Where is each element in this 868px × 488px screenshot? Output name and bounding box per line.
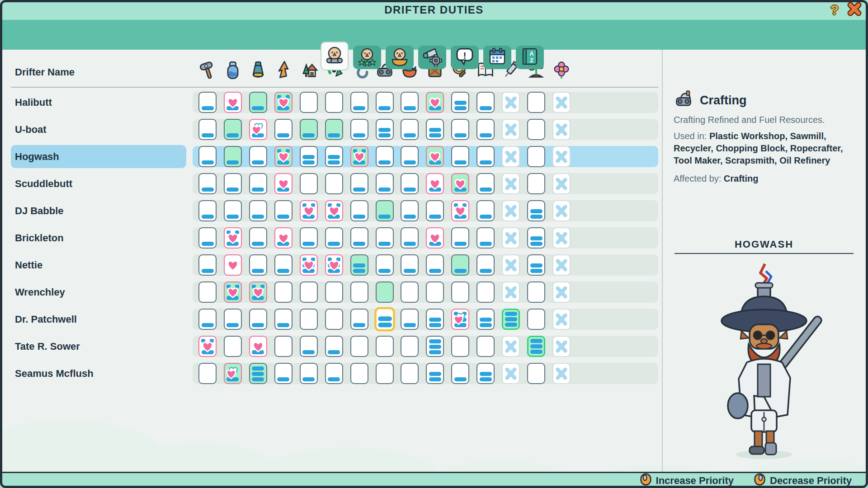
duty-cell-e[interactable]: [325, 282, 343, 303]
duty-cell-e[interactable]: [527, 309, 545, 330]
duty-cell-d1[interactable]: [198, 227, 217, 249]
duty-cell-x[interactable]: [552, 309, 571, 330]
duty-cell-d1[interactable]: [350, 173, 368, 194]
duty-cell-e[interactable]: [451, 336, 469, 357]
duty-cell-x[interactable]: [502, 200, 520, 221]
duty-cell-x[interactable]: [502, 173, 520, 194]
duty-cell-e[interactable]: [325, 309, 343, 330]
duty-cell-d1[interactable]: [426, 254, 444, 276]
duty-cell-d1[interactable]: [476, 173, 495, 194]
help-button[interactable]: ?: [826, 2, 843, 18]
duty-cell-g3[interactable]: [502, 309, 520, 330]
duty-cell-d1[interactable]: [376, 92, 394, 113]
duty-column-water[interactable]: [223, 60, 243, 80]
duty-cell-d1[interactable]: [274, 200, 292, 221]
duty-cell-hb1[interactable]: [224, 227, 242, 249]
duty-cell-e[interactable]: [300, 282, 318, 303]
duty-cell-d1[interactable]: [401, 146, 419, 167]
duty-cell-x[interactable]: [552, 92, 571, 113]
close-button[interactable]: [846, 2, 863, 18]
duty-cell-e[interactable]: [527, 173, 545, 194]
duty-cell-x[interactable]: [552, 254, 571, 276]
duty-cell-g1[interactable]: [451, 254, 469, 276]
duty-cell-e[interactable]: [401, 363, 419, 384]
duty-cell-d1[interactable]: [300, 227, 318, 249]
duty-cell-d2[interactable]: [325, 146, 343, 167]
duty-cell-e[interactable]: [350, 363, 368, 384]
duty-cell-x[interactable]: [502, 119, 520, 140]
duty-cell-e[interactable]: [350, 282, 368, 303]
duty-cell-e[interactable]: [300, 173, 318, 194]
duty-cell-x[interactable]: [552, 146, 571, 167]
duty-cell-d1[interactable]: [451, 146, 469, 167]
duty-cell-d3[interactable]: [426, 336, 444, 357]
duty-cell-d1[interactable]: [274, 254, 292, 276]
duty-cell-hb1[interactable]: [451, 200, 469, 221]
duty-cell-d1[interactable]: [476, 119, 495, 140]
duty-cell-d1[interactable]: [350, 119, 368, 140]
duty-cell-e[interactable]: [350, 336, 368, 357]
duty-cell-g1[interactable]: [300, 119, 318, 140]
duty-cell-x[interactable]: [552, 173, 571, 194]
duty-cell-e[interactable]: [527, 282, 545, 303]
duty-cell-h1[interactable]: [426, 173, 444, 194]
duty-cell-d1[interactable]: [376, 173, 394, 194]
duty-cell-d2[interactable]: [527, 254, 545, 276]
duty-cell-hg1[interactable]: [451, 173, 469, 194]
duty-cell-d1[interactable]: [376, 227, 394, 249]
duty-cell-d1[interactable]: [325, 227, 343, 249]
duty-cell-d1[interactable]: [274, 309, 292, 330]
duty-cell-d1[interactable]: [476, 146, 495, 167]
duty-cell-d1[interactable]: [451, 119, 469, 140]
duty-cell-d1[interactable]: [350, 200, 368, 221]
duty-cell-e[interactable]: [274, 336, 292, 357]
duty-cell-d2[interactable]: [476, 363, 495, 384]
duty-cell-hg2[interactable]: [274, 92, 292, 113]
duty-cell-d1[interactable]: [401, 119, 419, 140]
duty-cell-d1[interactable]: [224, 309, 242, 330]
duty-cell-d1[interactable]: [300, 363, 318, 384]
duty-cell-d2[interactable]: [476, 309, 495, 330]
duty-cell-e[interactable]: [527, 363, 545, 384]
duty-cell-d1[interactable]: [451, 227, 469, 249]
duty-cell-d1[interactable]: [198, 146, 217, 167]
duty-cell-h1[interactable]: [274, 227, 292, 249]
duty-cell-e[interactable]: [198, 282, 217, 303]
duty-cell-hb2[interactable]: [325, 254, 343, 276]
duty-cell-d1[interactable]: [274, 119, 292, 140]
duty-cell-hg2[interactable]: [274, 146, 292, 167]
duty-cell-x[interactable]: [552, 363, 571, 384]
drifter-row-name[interactable]: Brickleton: [15, 227, 64, 249]
drifter-row-name[interactable]: Dr. Patchwell: [15, 309, 77, 330]
duty-cell-d1[interactable]: [249, 146, 267, 167]
duty-cell-d1[interactable]: [300, 336, 318, 357]
duty-cell-e[interactable]: [325, 173, 343, 194]
duty-cell-d1[interactable]: [249, 227, 267, 249]
duty-cell-h1[interactable]: [224, 92, 242, 113]
duty-cell-d1[interactable]: [198, 173, 217, 194]
duty-cell-d2[interactable]: [426, 119, 444, 140]
duty-cell-hg1[interactable]: [426, 146, 444, 167]
duty-cell-x[interactable]: [502, 254, 520, 276]
duty-cell-hhg1[interactable]: [224, 363, 242, 384]
duty-cell-h0[interactable]: [224, 254, 242, 276]
duty-cell-e[interactable]: [476, 282, 495, 303]
duty-cell-e[interactable]: [376, 363, 394, 384]
tab-duties[interactable]: [321, 42, 349, 70]
duty-cell-d1[interactable]: [224, 173, 242, 194]
duty-cell-e[interactable]: [527, 146, 545, 167]
duty-cell-g1[interactable]: [376, 200, 394, 221]
duty-cell-d1[interactable]: [426, 200, 444, 221]
duty-cell-h1[interactable]: [249, 336, 267, 357]
drifter-row-name[interactable]: Halibutt: [15, 92, 52, 113]
duty-cell-d1[interactable]: [198, 254, 217, 276]
duty-cell-e[interactable]: [198, 363, 217, 384]
duty-cell-d1[interactable]: [476, 227, 495, 249]
duty-cell-x[interactable]: [502, 363, 520, 384]
duty-cell-d1[interactable]: [401, 309, 419, 330]
duty-cell-d1[interactable]: [249, 254, 267, 276]
duty-cell-g1[interactable]: [249, 92, 267, 113]
tab-crew[interactable]: [353, 46, 381, 69]
duty-cell-d2[interactable]: [374, 307, 395, 332]
duty-cell-d1[interactable]: [325, 363, 343, 384]
